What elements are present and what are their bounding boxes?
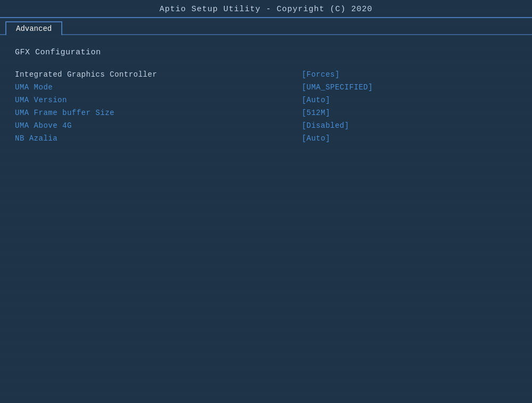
setting-value-5: [Auto]: [291, 134, 330, 143]
setting-label-1: UMA Mode: [15, 83, 53, 92]
setting-value-2: [Auto]: [291, 96, 330, 104]
tab-bar: Advanced: [0, 18, 532, 35]
header-title: Aptio Setup Utility - Copyright (C) 2020: [159, 5, 372, 14]
tab-advanced[interactable]: Advanced: [5, 21, 62, 35]
setting-label-0: Integrated Graphics Controller: [15, 70, 157, 79]
header-bar: Aptio Setup Utility - Copyright (C) 2020: [0, 0, 532, 18]
setting-value-1: [UMA_SPECIFIED]: [291, 83, 373, 92]
table-row[interactable]: UMA Above 4G [Disabled]: [15, 121, 517, 130]
table-row[interactable]: UMA Frame buffer Size [512M]: [15, 108, 517, 118]
section-title: GFX Configuration: [15, 48, 517, 57]
setting-value-3: [512M]: [291, 109, 330, 117]
table-row[interactable]: NB Azalia [Auto]: [15, 134, 517, 143]
setting-label-3: UMA Frame buffer Size: [15, 109, 114, 117]
setting-label-2: UMA Version: [15, 96, 67, 104]
setting-value-0: [Forces]: [291, 70, 340, 79]
table-row[interactable]: Integrated Graphics Controller [Forces]: [15, 70, 517, 79]
table-row[interactable]: UMA Mode [UMA_SPECIFIED]: [15, 83, 517, 92]
bios-screen: Aptio Setup Utility - Copyright (C) 2020…: [0, 0, 532, 403]
main-content: GFX Configuration Integrated Graphics Co…: [0, 35, 532, 396]
table-row[interactable]: UMA Version [Auto]: [15, 95, 517, 105]
setting-value-4: [Disabled]: [291, 121, 349, 130]
setting-label-5: NB Azalia: [15, 134, 58, 143]
setting-label-4: UMA Above 4G: [15, 121, 72, 130]
settings-table: Integrated Graphics Controller [Forces] …: [15, 70, 517, 143]
